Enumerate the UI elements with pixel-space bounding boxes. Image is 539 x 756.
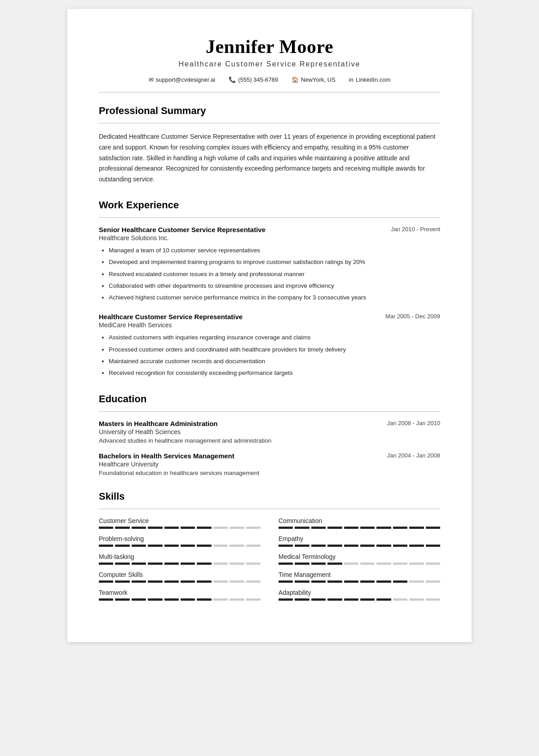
skill-segment-8-0 — [99, 598, 113, 601]
skill-segment-7-3 — [327, 580, 342, 583]
skill-segment-2-8 — [230, 545, 244, 547]
skill-segment-1-4 — [344, 527, 358, 529]
skill-segment-1-5 — [360, 527, 375, 529]
skill-bar-2 — [99, 545, 261, 547]
exp-entry-1: Healthcare Customer Service Representati… — [99, 313, 440, 378]
skill-bar-4 — [99, 563, 261, 565]
skill-segment-8-2 — [132, 598, 146, 601]
skill-segment-5-7 — [393, 563, 407, 565]
email-value: support@cvdesigner.ai — [156, 76, 215, 83]
skill-item-5: Medical Terminology — [278, 553, 440, 565]
skill-item-3: Empathy — [278, 535, 440, 547]
skill-segment-0-8 — [230, 527, 244, 529]
skill-segment-2-0 — [99, 545, 113, 547]
location-value: NewYork, US — [301, 76, 336, 83]
edu-date-1: Jan 2004 - Jan 2008 — [387, 452, 440, 459]
experience-divider — [99, 217, 440, 218]
resume-header: Jennifer Moore Healthcare Customer Servi… — [99, 36, 440, 83]
skill-name-9: Adaptability — [278, 589, 440, 596]
skill-segment-7-5 — [360, 580, 375, 583]
exp-bullet-0-2: Resolved escalated customer issues in a … — [109, 269, 440, 280]
skill-segment-7-0 — [278, 580, 293, 583]
skill-item-4: Multi-tasking — [99, 553, 261, 565]
skill-segment-9-5 — [360, 598, 375, 601]
skill-name-5: Medical Terminology — [278, 553, 440, 560]
skill-bar-5 — [278, 563, 440, 565]
skill-segment-9-9 — [426, 598, 440, 601]
skill-segment-4-0 — [99, 563, 113, 565]
skill-segment-5-2 — [311, 563, 326, 565]
contact-phone: 📞 (555) 345-6789 — [229, 76, 278, 83]
skill-segment-8-3 — [148, 598, 162, 601]
skill-bar-1 — [278, 527, 440, 529]
skill-segment-3-1 — [295, 545, 309, 547]
education-section: Education Masters in Healthcare Administ… — [99, 393, 440, 476]
edu-desc-1: Foundational education in healthcare ser… — [99, 470, 440, 476]
edu-header-0: Masters in Healthcare Administration Jan… — [99, 420, 440, 427]
skill-segment-2-5 — [181, 545, 195, 547]
skill-segment-9-1 — [295, 598, 309, 601]
skill-segment-6-9 — [246, 580, 261, 583]
skill-bar-3 — [278, 545, 440, 547]
skill-segment-2-4 — [164, 545, 179, 547]
skill-segment-7-1 — [295, 580, 309, 583]
linkedin-icon: in — [349, 76, 353, 83]
skill-segment-4-2 — [132, 563, 146, 565]
skill-segment-6-3 — [148, 580, 162, 583]
skill-segment-6-4 — [164, 580, 179, 583]
skill-bar-8 — [99, 598, 261, 601]
skills-grid: Customer ServiceCommunicationProblem-sol… — [99, 517, 440, 601]
skill-segment-5-5 — [360, 563, 375, 565]
skill-segment-3-2 — [311, 545, 326, 547]
contact-email: ✉ support@cvdesigner.ai — [149, 76, 215, 83]
skill-segment-8-8 — [230, 598, 244, 601]
skill-segment-5-4 — [344, 563, 358, 565]
skill-segment-1-7 — [393, 527, 407, 529]
skill-segment-4-8 — [230, 563, 244, 565]
location-icon: 🏠 — [292, 76, 299, 83]
skill-segment-7-7 — [393, 580, 407, 583]
skill-item-7: Time Management — [278, 571, 440, 583]
summary-section: Professional Summary Dedicated Healthcar… — [99, 105, 440, 185]
skill-segment-6-5 — [181, 580, 195, 583]
skill-segment-3-7 — [393, 545, 407, 547]
exp-header-0: Senior Healthcare Customer Service Repre… — [99, 226, 440, 233]
exp-bullet-0-0: Managed a team of 10 customer service re… — [109, 245, 440, 256]
skill-segment-0-9 — [246, 527, 261, 529]
exp-bullet-0-3: Collaborated with other departments to s… — [109, 281, 440, 291]
skill-segment-1-3 — [327, 527, 342, 529]
edu-entry-0: Masters in Healthcare Administration Jan… — [99, 420, 440, 444]
contact-linkedin: in LinkedIn.com — [349, 76, 390, 83]
skill-segment-0-6 — [197, 527, 211, 529]
skill-segment-8-1 — [115, 598, 129, 601]
skill-segment-0-7 — [213, 527, 228, 529]
skill-bar-0 — [99, 527, 261, 529]
skill-segment-5-0 — [278, 563, 293, 565]
skill-segment-3-0 — [278, 545, 293, 547]
edu-school-0: University of Health Sciences — [99, 428, 440, 435]
experience-section: Work Experience Senior Healthcare Custom… — [99, 199, 440, 379]
skill-segment-4-1 — [115, 563, 129, 565]
exp-bullet-1-1: Processed customer orders and coordinate… — [109, 344, 440, 355]
skill-segment-1-1 — [295, 527, 309, 529]
skill-segment-3-4 — [344, 545, 358, 547]
candidate-name: Jennifer Moore — [99, 36, 440, 57]
skill-segment-7-6 — [376, 580, 391, 583]
skill-segment-0-2 — [132, 527, 146, 529]
edu-desc-0: Advanced studies in healthcare managemen… — [99, 437, 440, 444]
edu-degree-1: Bachelors in Health Services Management — [99, 452, 234, 460]
skill-segment-1-0 — [278, 527, 293, 529]
skill-segment-0-5 — [181, 527, 195, 529]
experience-title: Work Experience — [99, 199, 440, 211]
skill-segment-3-8 — [409, 545, 424, 547]
edu-degree-0: Masters in Healthcare Administration — [99, 420, 218, 427]
skill-segment-3-5 — [360, 545, 375, 547]
skill-segment-5-9 — [426, 563, 440, 565]
edu-header-1: Bachelors in Health Services Management … — [99, 452, 440, 460]
skill-segment-5-1 — [295, 563, 309, 565]
skill-segment-5-8 — [409, 563, 424, 565]
skill-segment-3-6 — [376, 545, 391, 547]
skill-name-3: Empathy — [278, 535, 440, 542]
resume-container: Jennifer Moore Healthcare Customer Servi… — [67, 9, 472, 642]
skill-segment-4-9 — [246, 563, 261, 565]
